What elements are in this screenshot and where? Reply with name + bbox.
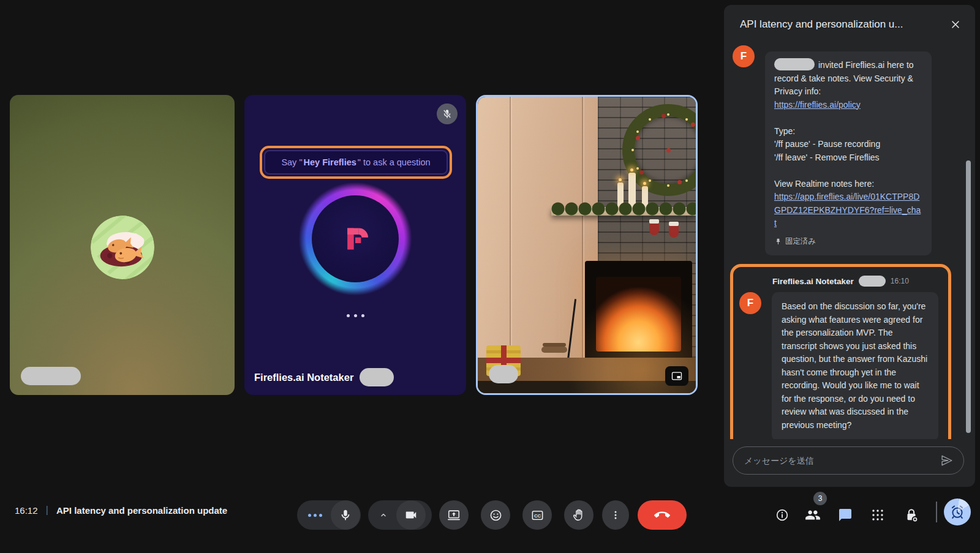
orb-core [312,195,399,282]
present-screen-button[interactable] [439,500,469,530]
participants-count-badge: 3 [813,492,827,505]
command-leave: '/ff leave' - Remove Fireflies [774,151,922,165]
clock-time: 16:12 [15,505,38,516]
chat-message-input[interactable] [744,456,939,465]
captions-icon: CC [530,508,545,522]
video-tile-fireflies[interactable]: Say "Hey Fireflies" to ask a question Fi… [244,95,466,395]
redacted-name-pill [859,276,886,287]
message-time: 16:10 [891,277,909,285]
chat-button[interactable] [835,505,856,525]
camera-control-group [368,500,432,530]
banner-text-prefix: Say " [281,157,302,167]
sender-name: Fireflies.ai Notetaker [772,277,854,286]
meeting-control-bar: 16:12 | API latency and personalization … [0,487,980,553]
more-options-button[interactable] [602,500,629,530]
annotation-box-banner: Say "Hey Fireflies" to ask a question [260,146,452,179]
host-controls-button[interactable] [901,505,922,525]
picture-in-picture-button[interactable] [665,366,688,386]
policy-link[interactable]: https://fireflies.ai/policy [774,100,861,110]
mic-off-icon [442,108,453,119]
redacted-name-pill [774,58,815,70]
redacted-name-pill [489,365,518,383]
fireflies-logo-icon [338,222,372,256]
taiyaki-avatar-illustration [91,216,154,279]
pinned-label: 固定済み [785,235,816,249]
chat-message: F Based on the discussion so far, you're… [733,292,948,439]
clock-wedge-highlight [944,498,971,525]
message-bubble: invited Fireflies.ai here to record & ta… [765,51,932,255]
chat-messages-area[interactable]: F invited Fireflies.ai here to record & … [724,44,975,439]
chat-icon [838,508,853,522]
activities-button[interactable] [867,505,888,525]
mic-button[interactable] [331,500,360,530]
fireflies-voice-orb [297,181,413,297]
camera-options-chevron[interactable] [368,510,396,521]
time-tools-button[interactable] [944,498,971,525]
message-bubble: Based on the discussion so far, you're a… [772,292,938,439]
type-label: Type: [774,125,922,138]
more-vert-icon [609,509,622,521]
separator: | [46,504,48,516]
host-controls-lock-icon [903,507,919,523]
apps-grid-icon [870,508,885,522]
participants-button[interactable] [802,505,823,525]
annotation-box-message: Fireflies.ai Notetaker 16:10 F Based on … [730,264,951,439]
meeting-details-button[interactable] [772,505,793,525]
pin-icon [774,238,782,246]
realtime-notes-link[interactable]: https://app.fireflies.ai/live/01KCTPP8DG… [774,192,921,228]
send-icon [940,454,954,467]
mic-control-group [297,500,361,530]
fireflies-banner: Say "Hey Fireflies" to ask a question [264,150,448,175]
people-icon [805,507,821,523]
present-screen-icon [447,508,461,522]
audio-activity-dots [297,514,331,517]
info-icon [775,508,790,522]
command-pause: '/ff pause' - Pause recording [774,138,922,151]
banner-text-suffix: " to ask a question [358,157,431,167]
fireflies-tile-label: Fireflies.ai Notetaker [254,372,353,383]
video-tile-participant[interactable] [10,95,235,395]
chat-scrollbar[interactable] [966,160,971,433]
redacted-name-pill [360,368,394,386]
fire-glow-overlay [478,97,696,393]
svg-text:CC: CC [533,513,541,518]
fireplace-scene [478,97,696,393]
mic-muted-indicator [437,103,458,124]
camera-icon [404,508,418,522]
mic-icon [339,508,352,522]
chat-message: F invited Fireflies.ai here to record & … [733,51,967,255]
emoji-smile-icon [489,508,503,522]
divider [936,502,937,522]
chat-panel-title: API latency and personalization u... [740,18,948,31]
camera-button[interactable] [396,500,426,530]
end-call-button[interactable] [638,500,687,530]
notes-label: View Realtime notes here: [774,178,922,191]
close-icon [949,18,962,31]
chat-panel: API latency and personalization u... F i… [724,5,975,487]
pip-icon [671,370,683,382]
raise-hand-button[interactable] [564,500,594,530]
typing-dots [244,314,466,317]
chat-input-container [733,446,964,475]
meeting-title: API latency and personalization update [56,505,227,516]
participant-avatar [91,216,154,279]
reactions-button[interactable] [481,500,510,530]
banner-text-bold: Hey Fireflies [304,157,356,167]
fireflies-avatar: F [733,45,755,67]
close-panel-button[interactable] [948,17,963,32]
redacted-name-pill [21,367,81,385]
video-tile-active-speaker[interactable] [476,95,698,395]
send-message-button[interactable] [939,453,955,468]
captions-button[interactable]: CC [522,500,552,530]
chevron-up-icon [378,510,389,521]
raised-hand-icon [572,508,586,522]
call-end-icon [654,507,670,523]
fireflies-avatar: F [739,292,761,314]
